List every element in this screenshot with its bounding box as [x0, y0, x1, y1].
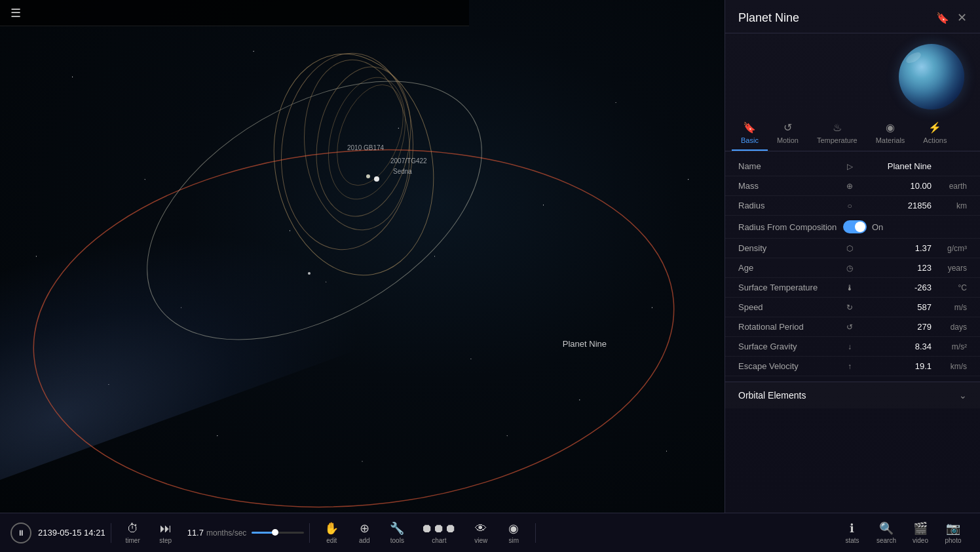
tab-bar: 🔖 Basic ↺ Motion ♨ Temperature ◉ Materia…: [725, 115, 980, 151]
separator-2: [309, 523, 310, 543]
tab-actions[interactable]: ⚡ Actions: [914, 115, 956, 151]
prop-speed-value[interactable]: 587: [856, 302, 934, 312]
svg-point-1: [104, 28, 526, 393]
photo-button[interactable]: 📷 photo: [937, 519, 970, 547]
rfc-toggle[interactable]: [843, 220, 867, 233]
tab-temperature-label: Temperature: [817, 136, 857, 144]
prop-mass-value[interactable]: 10.00: [856, 181, 934, 191]
svg-point-4: [297, 56, 417, 235]
orbital-elements-section[interactable]: Orbital Elements ⌄: [725, 382, 980, 408]
tab-temperature-icon: ♨: [833, 121, 842, 134]
prop-radius-icon: ○: [843, 201, 856, 210]
svg-point-2: [257, 41, 450, 288]
prop-rot-icon: ↺: [843, 323, 856, 332]
prop-name-value[interactable]: Planet Nine: [856, 161, 934, 171]
prop-radius-label: Radius: [738, 201, 843, 210]
prop-name-icon: ▷: [843, 162, 856, 171]
planet-sphere: [899, 44, 964, 109]
sim-label: sim: [509, 537, 519, 544]
prop-age-label: Age: [738, 263, 843, 273]
orbital-paths: [0, 0, 725, 513]
prop-speed: Speed ↻ 587 m/s: [725, 298, 980, 317]
prop-mass-icon: ⊕: [843, 182, 856, 191]
prop-rot-value[interactable]: 279: [856, 322, 934, 332]
timer-label: timer: [126, 537, 140, 544]
bookmark-off-icon[interactable]: 🔖: [936, 12, 949, 24]
speed-unit: months/sec: [206, 528, 246, 538]
prop-rot-unit: days: [934, 323, 967, 332]
search-button[interactable]: 🔍 search: [869, 519, 904, 547]
datetime-display: 2139-05-15 14:21: [38, 528, 105, 538]
orbital-elements-chevron: ⌄: [959, 390, 967, 401]
tab-basic[interactable]: 🔖 Basic: [732, 115, 768, 151]
video-label: video: [913, 537, 928, 544]
photo-icon: 📷: [946, 521, 960, 536]
speed-slider-thumb: [272, 529, 278, 536]
prop-radius-composition: Radius From Composition On: [725, 216, 980, 239]
toolbar-right: ℹ stats 🔍 search 🎬 video 📷 photo: [836, 519, 970, 547]
space-view[interactable]: ☰: [0, 0, 725, 513]
tab-basic-icon: 🔖: [743, 121, 756, 134]
panel-header: Planet Nine 🔖 ✕: [725, 0, 980, 33]
prop-esc-value[interactable]: 19.1: [856, 361, 934, 371]
svg-point-7: [324, 75, 415, 194]
svg-point-0: [18, 124, 688, 513]
prop-age-value[interactable]: 123: [856, 263, 934, 273]
prop-speed-icon: ↻: [843, 303, 856, 312]
tab-motion-label: Motion: [777, 136, 799, 144]
prop-age-unit: years: [934, 264, 967, 273]
chart-button[interactable]: ⏺⏺⏺ chart: [413, 519, 464, 547]
tools-button[interactable]: 🔧 tools: [381, 519, 413, 547]
rfc-toggle-label: On: [872, 222, 883, 232]
prop-age-icon: ◷: [843, 264, 856, 273]
speed-slider[interactable]: [252, 532, 304, 534]
tab-motion[interactable]: ↺ Motion: [768, 115, 808, 151]
close-icon[interactable]: ✕: [957, 10, 967, 25]
tab-materials[interactable]: ◉ Materials: [867, 115, 914, 151]
speed-slider-fill: [252, 532, 273, 534]
prop-radius-value[interactable]: 21856: [856, 201, 934, 210]
sim-icon: ◉: [508, 521, 519, 536]
svg-point-5: [305, 60, 422, 224]
prop-mass: Mass ⊕ 10.00 earth: [725, 176, 980, 196]
prop-mass-label: Mass: [738, 181, 843, 191]
prop-speed-unit: m/s: [934, 303, 967, 312]
stats-button[interactable]: ℹ stats: [836, 519, 869, 547]
stats-icon: ℹ: [850, 521, 854, 536]
video-button[interactable]: 🎬 video: [904, 519, 937, 547]
prop-density-value[interactable]: 1.37: [856, 243, 934, 253]
separator-3: [535, 523, 536, 543]
tab-materials-icon: ◉: [886, 121, 895, 134]
search-icon: 🔍: [879, 521, 894, 536]
prop-rot-label: Rotational Period: [738, 322, 843, 332]
prop-radius-unit: km: [934, 201, 967, 210]
search-label: search: [876, 537, 896, 544]
tab-temperature[interactable]: ♨ Temperature: [808, 115, 867, 151]
sim-button[interactable]: ◉ sim: [497, 519, 530, 547]
pause-icon: ⏸: [17, 528, 25, 538]
add-label: add: [359, 537, 370, 544]
prop-grav-value[interactable]: 8.34: [856, 342, 934, 351]
speed-display: 11.7 months/sec: [187, 528, 247, 538]
rfc-toggle-container: On: [843, 220, 883, 233]
edit-button[interactable]: ✋ edit: [315, 519, 348, 547]
hamburger-menu[interactable]: ☰: [10, 6, 21, 20]
tab-basic-label: Basic: [741, 136, 759, 144]
photo-label: photo: [945, 537, 961, 544]
timer-icon: ⏱: [127, 522, 139, 536]
step-button[interactable]: ⏭ step: [149, 519, 182, 547]
speed-slider-container: [252, 532, 304, 534]
prop-density-icon: ⬡: [843, 244, 856, 253]
planet-thumbnail-container: [725, 33, 980, 115]
prop-temp-label: Surface Temperature: [738, 283, 843, 292]
edit-label: edit: [326, 537, 337, 544]
prop-gravity: Surface Gravity ↓ 8.34 m/s²: [725, 337, 980, 357]
view-button[interactable]: 👁 view: [464, 519, 497, 547]
prop-mass-unit: earth: [934, 182, 967, 191]
tools-label: tools: [390, 537, 404, 544]
tab-actions-label: Actions: [923, 136, 947, 144]
prop-temp-value[interactable]: -263: [856, 283, 934, 292]
add-button[interactable]: ⊕ add: [348, 519, 381, 547]
timer-button[interactable]: ⏱ timer: [117, 519, 149, 547]
play-pause-button[interactable]: ⏸: [10, 522, 31, 543]
